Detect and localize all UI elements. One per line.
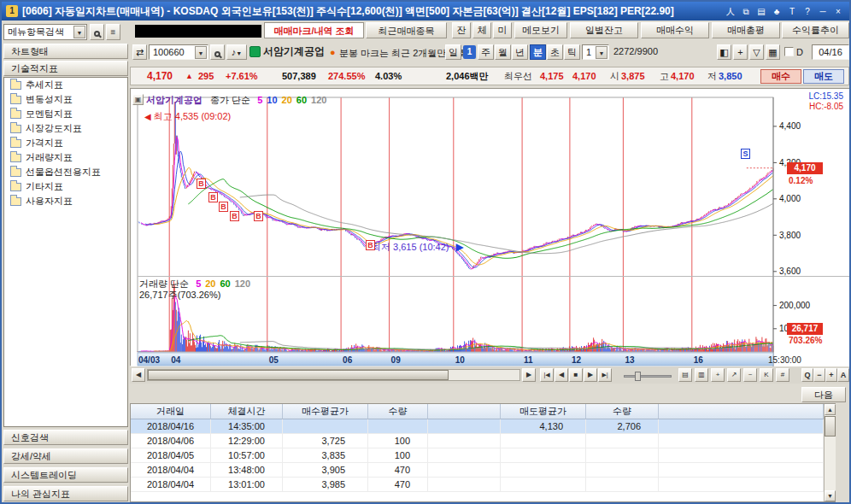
chart-tool-button[interactable]: K [760,368,773,382]
col-fill-time[interactable]: 체결시간 [211,404,283,419]
col-buy-avg-price[interactable]: 매수평균가 [283,404,368,419]
stock-code-combo[interactable]: 100660 ▼ [149,44,208,60]
tree-item-volatility[interactable]: 변동성지표 [4,92,127,107]
section-technical-indicators[interactable]: 기술적지표 [3,61,128,76]
period-minute-button[interactable]: 분 [530,44,546,60]
chart-tool-button[interactable]: # [776,368,789,382]
chevron-down-icon[interactable]: ▼ [73,26,85,38]
screen-icon[interactable]: ▤ [754,5,768,18]
tree-item-volume[interactable]: 거래량지표 [4,150,127,165]
period-day-button[interactable]: 일 [445,44,461,60]
stock-search-button[interactable] [210,44,225,60]
chart-tool-button[interactable]: ▤ [678,368,692,382]
col-buy-qty[interactable]: 수량 [368,404,428,419]
period-month-button[interactable]: 월 [495,44,511,60]
user-icon[interactable]: 人 [724,5,737,18]
nav-next-button[interactable]: ▶ [584,368,597,382]
daily-balance-button[interactable]: 일별잔고 [570,22,638,38]
tree-item-user[interactable]: 사용자지표 [4,194,127,208]
table-row[interactable]: 2018/04/0612:29:003,725100 [131,434,824,448]
table-row[interactable]: 2018/04/0510:57:003,835100 [131,448,824,463]
memo-view-button[interactable]: 메모보기 [514,22,567,38]
col-sell-avg-price[interactable]: 매도평균가 [501,404,586,419]
sound-alert-button[interactable]: ♪▼ [226,44,247,60]
save-icon-button[interactable]: ▽ [749,44,764,60]
draw-tool-icon-button[interactable]: ◧ [717,44,731,60]
tab-recent-trades[interactable]: 최근매매종목 [366,22,447,38]
minimize-button[interactable]: ─ [816,5,830,18]
strength-weakness-button[interactable]: 강세/약세 [3,448,128,464]
trade-summary-button[interactable]: 매매총평 [712,22,780,38]
titlebar[interactable]: 1 [0606] 자동일지차트(매매내역) - KOSDAQ 외국인보유[153… [2,2,849,21]
tree-item-price[interactable]: 가격지표 [4,136,127,150]
tab-unfilled[interactable]: 미 [493,22,512,38]
scroll-track[interactable] [147,369,520,381]
tree-item-momentum[interactable]: 모멘텀지표 [4,107,127,121]
menu-search-button[interactable] [90,24,104,40]
period-week-button[interactable]: 주 [478,44,494,60]
next-button[interactable]: 다음 [801,387,846,402]
sell-button[interactable]: 매도 [803,69,844,84]
chart-tool-button[interactable]: ↗ [727,368,741,382]
add-tool-icon-button[interactable]: + [733,44,748,60]
chart-date-box[interactable]: 04/16 [812,44,849,60]
menu-search-combo[interactable]: 메뉴항목검색 ▼ [3,24,87,40]
scroll-right-button[interactable]: ▶ [522,368,536,382]
help-icon[interactable]: ? [801,5,814,18]
tree-item-market-strength[interactable]: 시장강도지표 [4,121,127,136]
tree-item-trend[interactable]: 추세지표 [4,78,127,92]
grid-icon-button[interactable]: ▦ [766,44,780,60]
d-checkbox[interactable] [784,47,794,56]
zoom-in-button[interactable]: + [825,368,837,382]
nav-prev-button[interactable]: ◀ [555,368,568,382]
zoom-slider-handle[interactable] [635,372,641,381]
tab-balance[interactable]: 잔 [452,22,471,38]
table-scroll-thumb[interactable] [825,416,836,437]
scroll-left-button[interactable]: ◀ [132,368,145,382]
nav-stop-button[interactable]: ■ [569,368,583,382]
return-trend-button[interactable]: 수익률추이 [782,22,849,38]
period-second-button[interactable]: 초 [547,44,563,60]
col-sell-qty[interactable]: 수량 [586,404,659,419]
system-trading-button[interactable]: 시스템트레이딩 [3,467,128,483]
period-tick-button[interactable]: 틱 [564,44,580,60]
stock-link-button[interactable]: ⇄ [132,44,147,60]
table-scrollbar[interactable]: ▲ ▼ [824,404,836,501]
chart-tool-button[interactable]: ~ [743,368,757,382]
scroll-down-button[interactable]: ▼ [825,490,836,501]
signal-search-button[interactable]: 신호검색 [3,430,128,445]
zoom-q-button[interactable]: Q [801,368,813,382]
table-row[interactable]: 2018/04/0413:48:003,905470 [131,463,824,478]
auto-scale-button[interactable]: A [837,368,849,382]
tick-interval-combo[interactable]: 1 ▼ [582,44,609,60]
chart-canvas[interactable]: 04/0304050609101112131615:30:004,4004,20… [131,89,850,366]
table-row[interactable]: 2018/04/0413:01:003,985470 [131,478,824,492]
col-trade-date[interactable]: 거래일 [131,404,211,419]
chevron-down-icon[interactable]: ▼ [195,46,207,59]
table-row[interactable]: 2018/04/1614:35:004,1302,706 [131,419,824,434]
menu-list-button[interactable]: ≡ [106,24,120,40]
nav-first-button[interactable]: |◀ [540,368,554,382]
favorite-clover-icon[interactable]: ♣ [770,5,784,18]
buy-button[interactable]: 매수 [760,69,801,84]
section-chart-type[interactable]: 차트형태 [3,44,128,59]
tree-item-futures-options[interactable]: 선물옵션전용지표 [4,165,127,179]
nav-last-button[interactable]: ▶| [598,368,612,382]
trade-profit-button[interactable]: 매매수익 [641,22,709,38]
chart-tool-button[interactable]: + [711,368,725,382]
chart-tool-button[interactable]: ▥ [695,368,708,382]
chevron-down-icon[interactable]: ▼ [596,46,607,59]
my-indicators-button[interactable]: 나의 관심지표 [3,486,128,501]
close-button[interactable]: × [831,5,845,18]
scroll-thumb[interactable] [148,370,449,380]
zoom-out-button[interactable]: − [813,368,825,382]
chart-settings-icon[interactable]: ▣ [132,94,144,105]
period-year-button[interactable]: 년 [512,44,528,60]
tree-item-etc[interactable]: 기타지표 [4,179,127,194]
theme-icon[interactable]: T [785,5,799,18]
tab-filled[interactable]: 체 [472,22,491,38]
zoom-slider[interactable] [624,375,672,378]
scroll-up-button[interactable]: ▲ [825,404,836,415]
tab-trade-mark-inquiry[interactable]: 매매마크/내역 조회 [264,22,364,38]
copy-screen-icon[interactable]: ⧉ [739,5,753,18]
